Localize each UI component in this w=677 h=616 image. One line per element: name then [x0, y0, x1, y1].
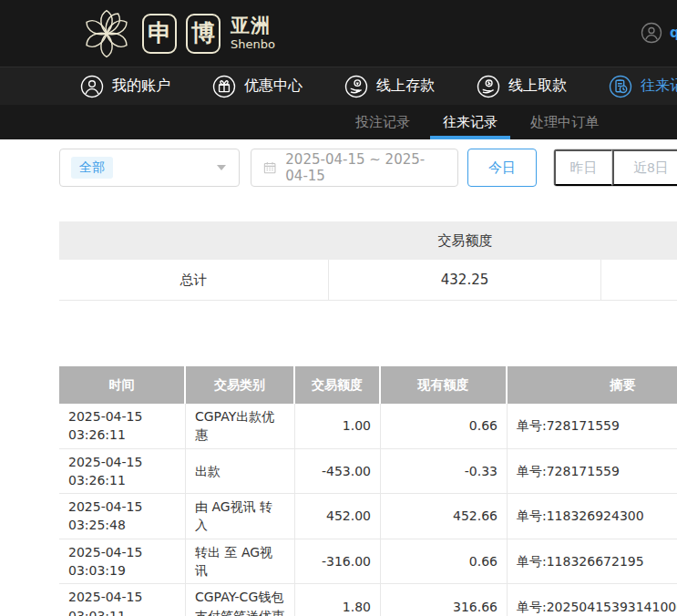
- col-header-balance: 现有额度: [381, 366, 508, 404]
- nav-label: 线上存款: [376, 77, 435, 96]
- summary-total-label: 总计: [59, 260, 329, 300]
- account-icon: [80, 75, 104, 98]
- nav-label: 线上取款: [508, 77, 567, 96]
- nav-label: 优惠中心: [244, 77, 303, 96]
- cell-time: 2025-04-15 03:26:11: [59, 449, 186, 494]
- nav-item-transaction-records[interactable]: 往来记录: [609, 75, 677, 98]
- nav-label: 我的账户: [112, 77, 170, 96]
- records-table: 时间 交易类别 交易额度 现有额度 摘要 2025-04-15 03:26:11…: [59, 366, 677, 616]
- cell-summary: 单号:118326924300: [508, 494, 677, 539]
- cell-time: 2025-04-15 03:03:11: [59, 584, 186, 616]
- summary-table: 交易额度 总计 432.25: [59, 221, 677, 301]
- tab-transaction-records[interactable]: 往来记录: [430, 105, 510, 139]
- cell-amount: -453.00: [295, 449, 381, 494]
- logo-region-text: 亚洲: [231, 16, 275, 36]
- yesterday-button[interactable]: 昨日: [554, 149, 612, 186]
- cell-summary: 单号:118326672195: [508, 539, 677, 584]
- cell-balance: 0.66: [381, 539, 508, 584]
- cell-balance: -0.33: [381, 449, 508, 494]
- nav-item-online-deposit[interactable]: 线上存款: [344, 75, 435, 98]
- cell-amount: 1.00: [295, 404, 381, 448]
- summary-header-empty: [59, 221, 329, 260]
- cell-summary: 单号:202504153931410001: [508, 584, 677, 616]
- summary-header-amount: 交易额度: [329, 221, 601, 260]
- tab-betting-records[interactable]: 投注记录: [343, 105, 423, 139]
- cell-type: CGPAY出款优惠: [186, 404, 295, 448]
- table-row: 2025-04-15 03:03:19 转出 至 AG视讯 -316.00 0.…: [59, 539, 677, 585]
- cell-amount: 1.80: [295, 584, 381, 616]
- cell-balance: 0.66: [381, 404, 508, 448]
- cell-type: CGPAY-CG钱包支付笔笔送优惠: [186, 584, 295, 616]
- tab-pending-orders[interactable]: 处理中订单: [518, 105, 611, 139]
- date-range-picker[interactable]: 2025-04-15 ~ 2025-04-15: [251, 149, 458, 187]
- col-header-time: 时间: [59, 366, 186, 404]
- summary-header-row: 交易额度: [59, 221, 677, 260]
- table-row: 2025-04-15 03:26:11 出款 -453.00 -0.33 单号:…: [59, 449, 677, 495]
- username-text[interactable]: q: [670, 25, 677, 41]
- last-8-days-button[interactable]: 近8日: [612, 149, 677, 186]
- logo-char-box-2: 博: [186, 14, 221, 54]
- cell-summary: 单号:728171559: [508, 449, 677, 494]
- deposit-icon: [344, 75, 368, 98]
- cell-time: 2025-04-15 03:25:48: [59, 494, 186, 539]
- cell-type: 由 AG视讯 转入: [186, 494, 295, 539]
- summary-total-row: 总计 432.25: [59, 260, 677, 301]
- col-header-summary: 摘要: [508, 366, 677, 404]
- records-icon: [609, 75, 632, 98]
- summary-total-value: 432.25: [329, 260, 601, 300]
- table-row: 2025-04-15 03:26:11 CGPAY出款优惠 1.00 0.66 …: [59, 404, 677, 449]
- sub-nav: 投注记录 往来记录 处理中订单: [0, 105, 677, 139]
- table-row: 2025-04-15 03:25:48 由 AG视讯 转入 452.00 452…: [59, 494, 677, 539]
- nav-label: 往来记录: [641, 77, 677, 96]
- quick-range-group: 昨日 近8日: [553, 149, 677, 187]
- main-nav: 我的账户 优惠中心 线上存款: [0, 67, 677, 105]
- chevron-down-icon: [217, 165, 226, 170]
- table-row: 2025-04-15 03:03:11 CGPAY-CG钱包支付笔笔送优惠 1.…: [59, 584, 677, 616]
- top-header: 申 博 亚洲 Shenbo q: [0, 0, 677, 67]
- filter-row: 全部 2025-04-15 ~ 2025-04-15 今日 昨日 近8日: [59, 149, 677, 187]
- brand-logo[interactable]: 申 博 亚洲 Shenbo: [80, 7, 275, 60]
- withdraw-icon: [477, 75, 500, 98]
- cell-balance: 316.66: [381, 584, 508, 616]
- cell-time: 2025-04-15 03:03:19: [59, 539, 186, 584]
- summary-header-empty: [601, 221, 677, 260]
- promo-icon: [212, 75, 236, 98]
- cell-summary: 单号:728171559: [508, 404, 677, 448]
- selected-category-tag[interactable]: 全部: [71, 157, 113, 179]
- cell-amount: -316.00: [295, 539, 381, 584]
- page: 申 博 亚洲 Shenbo q 我的账户: [0, 0, 677, 616]
- flower-logo-icon: [80, 7, 133, 60]
- nav-item-promotions[interactable]: 优惠中心: [212, 75, 303, 98]
- cell-balance: 452.66: [381, 494, 508, 539]
- user-area[interactable]: q: [641, 22, 677, 44]
- date-range-text: 2025-04-15 ~ 2025-04-15: [285, 151, 446, 184]
- category-select[interactable]: 全部: [59, 149, 240, 187]
- table-header-row: 时间 交易类别 交易额度 现有额度 摘要: [59, 366, 677, 404]
- logo-en-text: Shenbo: [231, 38, 275, 50]
- col-header-amount: 交易额度: [295, 366, 381, 404]
- summary-empty-cell: [601, 260, 677, 300]
- col-header-type: 交易类别: [186, 366, 295, 404]
- calendar-icon: [263, 160, 276, 175]
- nav-item-online-withdraw[interactable]: 线上取款: [477, 75, 567, 98]
- cell-time: 2025-04-15 03:26:11: [59, 404, 186, 448]
- cell-amount: 452.00: [295, 494, 381, 539]
- today-button[interactable]: 今日: [467, 149, 537, 187]
- cell-type: 出款: [186, 449, 295, 494]
- avatar-icon: [641, 22, 662, 44]
- nav-item-my-account[interactable]: 我的账户: [80, 75, 170, 98]
- logo-char-box-1: 申: [142, 14, 177, 54]
- cell-type: 转出 至 AG视讯: [186, 539, 295, 584]
